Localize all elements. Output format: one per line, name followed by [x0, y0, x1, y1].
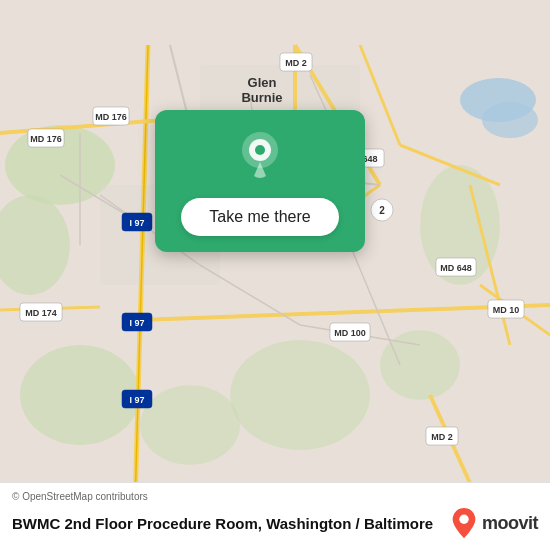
- location-name: BWMC 2nd Floor Procedure Room, Washingto…: [12, 515, 450, 532]
- svg-text:Glen: Glen: [248, 75, 277, 90]
- svg-text:MD 174: MD 174: [25, 308, 57, 318]
- bottom-bar: © OpenStreetMap contributors BWMC 2nd Fl…: [0, 482, 550, 550]
- map-container: MD 2 MD 176 MD 176 648 2 I 97 I 97 I 97 …: [0, 0, 550, 550]
- card-overlay: Take me there: [155, 110, 365, 252]
- svg-point-66: [255, 145, 265, 155]
- map-svg: MD 2 MD 176 MD 176 648 2 I 97 I 97 I 97 …: [0, 0, 550, 550]
- take-me-there-button[interactable]: Take me there: [181, 198, 338, 236]
- svg-text:I 97: I 97: [129, 318, 144, 328]
- svg-text:2: 2: [379, 205, 385, 216]
- svg-text:MD 100: MD 100: [334, 328, 366, 338]
- svg-text:I 97: I 97: [129, 218, 144, 228]
- moovit-logo: moovit: [450, 506, 538, 540]
- svg-text:MD 176: MD 176: [30, 134, 62, 144]
- moovit-pin-icon: [450, 506, 478, 540]
- svg-text:MD 648: MD 648: [440, 263, 472, 273]
- svg-point-67: [459, 515, 468, 524]
- svg-text:MD 2: MD 2: [431, 432, 453, 442]
- svg-point-9: [482, 102, 538, 138]
- location-pin-icon: [232, 128, 288, 184]
- svg-text:MD 2: MD 2: [285, 58, 307, 68]
- location-row: BWMC 2nd Floor Procedure Room, Washingto…: [12, 506, 538, 540]
- svg-point-4: [140, 385, 240, 465]
- svg-text:I 97: I 97: [129, 395, 144, 405]
- map-attribution: © OpenStreetMap contributors: [12, 491, 538, 502]
- svg-text:Burnie: Burnie: [241, 90, 282, 105]
- svg-text:MD 176: MD 176: [95, 112, 127, 122]
- svg-text:MD 10: MD 10: [493, 305, 520, 315]
- svg-point-5: [230, 340, 370, 450]
- moovit-label: moovit: [482, 513, 538, 534]
